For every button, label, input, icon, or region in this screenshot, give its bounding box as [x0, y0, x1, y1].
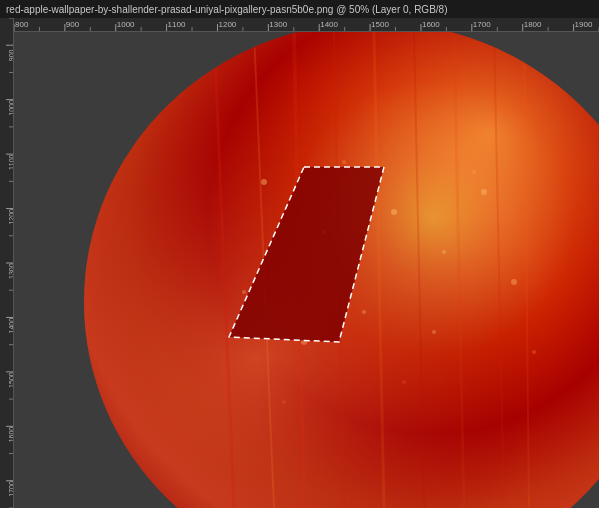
top-ruler-canvas [14, 18, 599, 32]
top-ruler [14, 18, 599, 32]
left-ruler [0, 18, 14, 508]
title-bar: red-apple-wallpaper-by-shallender-prasad… [0, 0, 599, 18]
left-ruler-canvas [0, 18, 14, 508]
svg-point-25 [532, 350, 536, 354]
svg-point-23 [402, 380, 406, 384]
svg-rect-26 [14, 32, 79, 508]
svg-point-16 [362, 310, 366, 314]
svg-point-11 [261, 179, 267, 185]
svg-point-20 [242, 290, 246, 294]
svg-point-24 [282, 400, 286, 404]
svg-point-22 [472, 170, 476, 174]
title-text: red-apple-wallpaper-by-shallender-prasad… [6, 4, 448, 15]
content-column [14, 18, 599, 508]
svg-point-19 [511, 279, 517, 285]
svg-point-14 [442, 250, 446, 254]
svg-point-13 [391, 209, 397, 215]
canvas-viewport[interactable] [14, 32, 599, 508]
svg-point-15 [481, 189, 487, 195]
svg-point-18 [432, 330, 436, 334]
apple-image [14, 32, 599, 508]
svg-point-21 [342, 160, 346, 164]
main-area [0, 18, 599, 508]
